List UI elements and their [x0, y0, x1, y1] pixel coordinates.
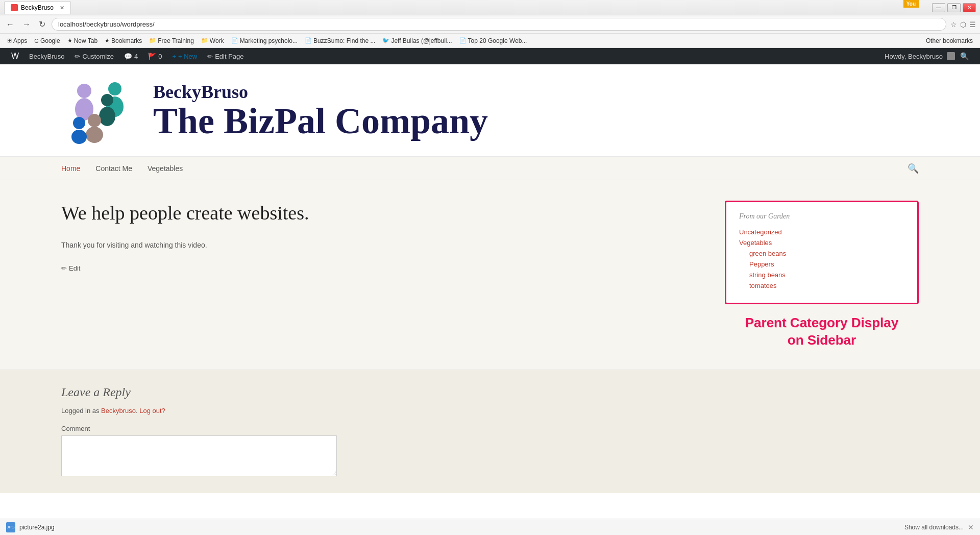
bookmark-buzzsumo[interactable]: 📄 BuzzSumo: Find the ... — [302, 36, 378, 45]
bookmark-bookmarks[interactable]: ★ Bookmarks — [102, 36, 145, 45]
site-name: BeckyBruso — [153, 81, 488, 103]
star-icon[interactable]: ☆ — [950, 20, 957, 29]
edit-label: Edit — [69, 264, 80, 272]
comment-textarea[interactable] — [61, 435, 337, 476]
edit-page-link[interactable]: ✏ Edit Page — [202, 48, 249, 64]
download-bar: JPG picture2a.jpg Show all downloads... … — [0, 519, 980, 535]
category-tomatoes[interactable]: tomatoes — [749, 282, 776, 289]
bookmark-free-training[interactable]: 📁 Free Training — [146, 36, 197, 45]
category-peppers[interactable]: Peppers — [749, 260, 774, 268]
list-item: Uncategorized — [739, 228, 904, 236]
comments-link[interactable]: 💬 4 — [119, 48, 143, 64]
list-item: tomatoes — [739, 282, 904, 289]
back-button[interactable]: ← — [4, 20, 16, 29]
bookmark-jeffbullas[interactable]: 🐦 Jeff Bullas (@jeffbull... — [379, 36, 455, 45]
you-badge: You — [903, 0, 919, 8]
category-green-beans[interactable]: green beans — [749, 250, 786, 257]
forward-button[interactable]: → — [20, 20, 33, 29]
main-article: We help people create websites. Thank yo… — [61, 201, 694, 349]
list-item: Vegetables — [739, 239, 904, 247]
download-bar-close[interactable]: ✕ — [968, 523, 974, 531]
comments-icon: 💬 — [124, 53, 132, 60]
admin-search-icon[interactable]: 🔍 — [955, 52, 974, 60]
customize-label: Customize — [82, 53, 113, 60]
new-tab-icon: ★ — [67, 37, 72, 44]
bookmark-marketing[interactable]: 📄 Marketing psycholo... — [228, 36, 301, 45]
logged-in-text: Logged in as Beckybruso. Log out? — [61, 407, 919, 415]
nav-contact[interactable]: Contact Me — [95, 157, 132, 180]
nav-search-icon[interactable]: 🔍 — [908, 163, 919, 174]
address-bar[interactable] — [52, 18, 946, 31]
browser-tab[interactable]: BeckyBruso ✕ — [4, 1, 71, 14]
pending-count: 0 — [158, 53, 162, 60]
new-content-link[interactable]: + + New — [167, 48, 202, 64]
plus-icon: + — [172, 53, 176, 60]
nav-vegetables[interactable]: Vegetables — [148, 157, 183, 180]
page-icon-2: 📄 — [305, 37, 312, 44]
extensions-icon[interactable]: ⬡ — [960, 20, 966, 29]
category-vegetables[interactable]: Vegetables — [739, 239, 772, 247]
article-body: Thank you for visiting and watching this… — [61, 241, 694, 249]
marketing-label: Marketing psycholo... — [240, 37, 298, 44]
minimize-button[interactable]: — — [932, 3, 945, 12]
other-bookmarks[interactable]: Other bookmarks — [923, 36, 976, 45]
tab-close-button[interactable]: ✕ — [60, 5, 64, 11]
edit-link[interactable]: ✏ Edit — [61, 264, 694, 272]
bookmark-google[interactable]: G Google — [31, 36, 63, 45]
category-string-beans[interactable]: string beans — [749, 271, 786, 279]
bookmarks-label: Bookmarks — [111, 37, 142, 44]
category-uncategorized[interactable]: Uncategorized — [739, 228, 782, 236]
browser-nav-bar: ← → ↻ ☆ ⬡ ☰ — [0, 15, 980, 34]
site-logo — [61, 75, 143, 146]
bookmarks-icon: ★ — [105, 37, 110, 44]
top20-label: Top 20 Google Web... — [468, 37, 527, 44]
close-button[interactable]: ✕ — [963, 3, 976, 12]
svg-point-0 — [77, 84, 91, 98]
comment-label: Comment — [61, 425, 919, 432]
reload-button[interactable]: ↻ — [37, 19, 47, 29]
bookmark-work[interactable]: 📁 Work — [198, 36, 227, 45]
pending-link[interactable]: 🚩 0 — [143, 48, 167, 64]
show-all-downloads[interactable]: Show all downloads... — [904, 524, 964, 531]
other-bookmarks-label: Other bookmarks — [926, 37, 973, 44]
browser-title-bar: BeckyBruso ✕ You — ❐ ✕ — [0, 0, 980, 15]
wp-logo-link[interactable]: W — [6, 48, 24, 64]
menu-icon[interactable]: ☰ — [969, 20, 976, 29]
buzzsumo-label: BuzzSumo: Find the ... — [313, 37, 375, 44]
download-file-icon: JPG — [6, 522, 15, 532]
bookmark-top20[interactable]: 📄 Top 20 Google Web... — [456, 36, 530, 45]
customize-link[interactable]: ✏ Customize — [69, 48, 118, 64]
list-item: green beans — [739, 250, 904, 257]
google-label: Google — [40, 37, 60, 44]
svg-point-6 — [88, 114, 101, 127]
logout-link[interactable]: Log out? — [139, 407, 165, 415]
sidebar-annotation: Parent Category Display on Sidebar — [725, 314, 919, 349]
svg-point-7 — [86, 127, 103, 143]
window-controls: — ❐ ✕ — [932, 3, 976, 12]
restore-button[interactable]: ❐ — [947, 3, 961, 12]
page-icon-3: 📄 — [459, 37, 467, 44]
admin-right: Howdy, Beckybruso 🔍 — [880, 52, 974, 60]
site-content: We help people create websites. Thank yo… — [0, 180, 980, 370]
folder-icon-2: 📁 — [201, 37, 208, 44]
svg-point-5 — [99, 107, 115, 126]
svg-point-2 — [108, 82, 121, 95]
user-link[interactable]: Beckybruso — [101, 407, 136, 415]
comments-section: Leave a Reply Logged in as Beckybruso. L… — [0, 370, 980, 493]
nav-home[interactable]: Home — [61, 157, 80, 180]
edit-page-label: Edit Page — [215, 53, 243, 60]
folder-icon-1: 📁 — [149, 37, 156, 44]
free-training-label: Free Training — [158, 37, 194, 44]
svg-point-4 — [101, 94, 113, 106]
apps-label: Apps — [13, 37, 27, 44]
site-name-admin: BeckyBruso — [29, 53, 64, 60]
new-label: + New — [178, 53, 197, 60]
download-filename: picture2a.jpg — [19, 524, 55, 531]
new-tab-label: New Tab — [74, 37, 97, 44]
list-item: Peppers — [739, 260, 904, 268]
site-name-link[interactable]: BeckyBruso — [24, 48, 69, 64]
site-tagline: The BizPal Company — [153, 103, 488, 139]
bookmark-apps[interactable]: ⊞ Apps — [4, 36, 30, 45]
bookmark-new-tab[interactable]: ★ New Tab — [64, 36, 101, 45]
edit-pencil-icon: ✏ — [61, 264, 67, 272]
